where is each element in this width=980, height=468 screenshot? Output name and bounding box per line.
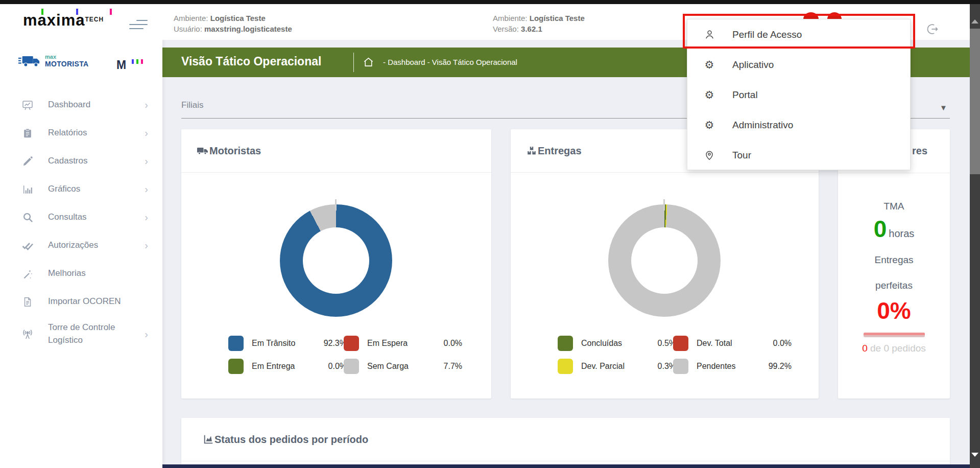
chevron-right-icon: › <box>145 127 148 139</box>
logo-tick-green <box>41 9 43 15</box>
sidebar-item-label: Consultas <box>48 211 135 224</box>
legend-value: 7.7% <box>444 362 462 371</box>
pedidos-count: 0 <box>862 343 868 354</box>
menu-item-tour[interactable]: Tour <box>687 140 910 170</box>
versao-label: Versão: <box>493 25 519 33</box>
legend-value: 0.0% <box>773 339 792 348</box>
chevron-right-icon: › <box>145 155 148 167</box>
hamburger-menu-icon[interactable] <box>129 20 148 32</box>
menu-item-label: Aplicativo <box>732 59 774 71</box>
status-card-header: Status dos pedidos por período <box>181 418 950 461</box>
scrollbar-up-arrow[interactable] <box>971 19 978 24</box>
legend-swatch <box>673 336 688 351</box>
menu-item-label: Perfil de Acesso <box>732 29 802 40</box>
pedidos-footer: 0 de 0 pedidos <box>838 343 950 354</box>
legend-item: Em Espera 0.0% <box>344 336 462 351</box>
legend-label: Em Espera <box>367 339 408 348</box>
chevron-right-icon: › <box>145 99 148 111</box>
packages-icon <box>526 145 537 156</box>
dashboard-icon <box>20 99 35 111</box>
sidebar-item-torre-de-controle[interactable]: Torre de Controle Logístico › <box>0 316 162 353</box>
scrollbar-thumb[interactable] <box>970 29 980 174</box>
ambiente2-value: Logística Teste <box>530 14 585 22</box>
sidebar-item-graficos[interactable]: Gráficos › <box>0 175 162 203</box>
window-top-strip <box>0 0 980 4</box>
legend-label: Dev. Total <box>697 339 732 348</box>
filiais-dropdown-arrow-icon[interactable]: ▼ <box>940 103 947 112</box>
max-motorista-logo: max MOTORISTA <box>18 54 88 68</box>
gear-icon: ⚙ <box>703 120 716 130</box>
tma-unit: horas <box>889 228 914 239</box>
usuario-label: Usuário: <box>174 25 202 33</box>
chevron-right-icon: › <box>145 240 148 251</box>
entregas-perfeitas-line2: perfeitas <box>838 280 950 291</box>
motoristas-card-title: Motoristas <box>209 145 261 157</box>
home-icon[interactable] <box>363 56 374 70</box>
chevron-right-icon: › <box>145 183 148 195</box>
truck-logo-icon <box>18 54 41 68</box>
environment-user-info: Ambiente: Logística Teste Usuário: maxst… <box>174 13 292 34</box>
legend-item: Em Entrega 0.0% <box>228 359 347 374</box>
sidebar-item-relatorios[interactable]: Relatórios › <box>0 119 162 147</box>
legend-label: Sem Carga <box>367 362 409 371</box>
versao-value: 3.62.1 <box>521 25 542 33</box>
percent-underline-bar <box>864 333 925 337</box>
ambiente-value: Logística Teste <box>210 14 266 22</box>
donut-start-notch <box>663 199 665 210</box>
area-chart-icon <box>203 434 214 445</box>
donut-hole <box>631 227 698 294</box>
menu-item-administrativo[interactable]: ⚙ Administrativo <box>687 110 910 140</box>
menu-item-label: Administrativo <box>732 120 793 131</box>
menu-item-perfil-de-acesso[interactable]: Perfil de Acesso <box>687 19 910 50</box>
legend-item: Concluídas 0.5% <box>558 336 676 351</box>
sidebar-item-cadastros[interactable]: Cadastros › <box>0 147 162 175</box>
sidebar-item-autorizacoes[interactable]: Autorizações › <box>0 231 162 260</box>
legend-label: Concluídas <box>581 339 622 348</box>
donut-start-notch <box>335 199 337 210</box>
usuario-value: maxstring.logisticateste <box>204 25 292 33</box>
sidebar-item-label: Melhorias <box>48 267 135 280</box>
indicators-card-title-fragment: res <box>912 145 927 157</box>
logo-tick-pink <box>110 9 112 15</box>
bottom-edge-strip <box>162 464 970 468</box>
menu-item-portal[interactable]: ⚙ Portal <box>687 80 910 110</box>
menu-item-label: Portal <box>732 89 758 101</box>
tma-value: 0 <box>874 216 887 242</box>
menu-item-label: Tour <box>732 150 751 161</box>
sidebar-nav: Dashboard › Relatórios › Cadastros › <box>0 91 162 353</box>
vertical-scrollbar[interactable] <box>970 4 980 468</box>
wand-icon <box>20 268 35 279</box>
scrollbar-down-arrow[interactable] <box>971 453 978 457</box>
filiais-select-label[interactable]: Filiais <box>181 100 203 110</box>
sidebar-item-label: Relatórios <box>48 127 135 139</box>
legend-swatch <box>558 336 573 351</box>
legend-value: 99.2% <box>769 362 792 371</box>
motoristas-card: Motoristas Em Trânsito 92.3% Em Espera 0… <box>181 129 491 399</box>
legend-swatch <box>344 359 359 374</box>
sidebar-item-importar-ocoren[interactable]: Importar OCOREN <box>0 288 162 316</box>
logo-tick-blue <box>76 9 78 15</box>
ambiente-label: Ambiente: <box>174 14 208 22</box>
donut-hole <box>303 227 369 294</box>
title-divider <box>353 53 354 72</box>
pin-icon <box>703 150 716 161</box>
sidebar-item-melhorias[interactable]: Melhorias <box>0 260 162 288</box>
sidebar-item-dashboard[interactable]: Dashboard › <box>0 91 162 119</box>
sidebar-item-consultas[interactable]: Consultas › <box>0 203 162 231</box>
chevron-right-icon: › <box>145 212 148 223</box>
legend-item: Dev. Total 0.0% <box>673 336 792 351</box>
report-icon <box>20 128 35 139</box>
legend-value: 0.0% <box>444 339 462 348</box>
legend-label: Em Trânsito <box>252 339 295 348</box>
menu-item-aplicativo[interactable]: ⚙ Aplicativo <box>687 50 910 80</box>
app-screen: maximaTECH Ambiente: Logística Teste Usu… <box>0 0 980 468</box>
sidebar-item-label: Importar OCOREN <box>48 295 135 308</box>
search-icon <box>20 212 35 223</box>
chevron-right-icon: › <box>145 329 148 340</box>
legend-item: Pendentes 99.2% <box>673 359 792 374</box>
m-logo-ticks <box>132 59 143 64</box>
logout-icon[interactable] <box>926 22 939 38</box>
double-check-icon <box>20 240 35 252</box>
legend-swatch <box>228 359 244 374</box>
truck-icon <box>197 145 209 157</box>
